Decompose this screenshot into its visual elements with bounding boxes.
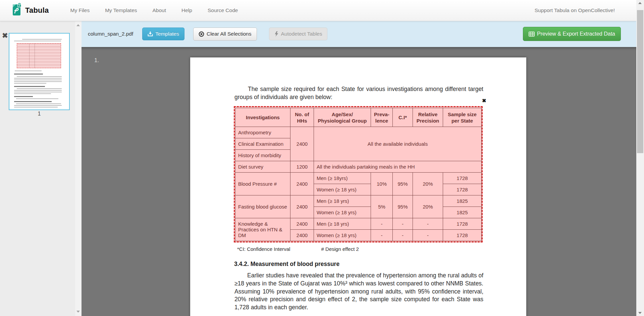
thumb-text-line [17,76,62,77]
thumb-text-line [14,107,58,107]
export-button-label: Preview & Export Extracted Data [537,31,615,37]
thumb-text-line [14,41,61,41]
footnote-design-effect: # Design effect 2 [321,246,359,252]
table-selection-box[interactable] [234,106,483,242]
filename-label: column_span_2.pdf [88,31,133,37]
circle-x-icon [199,31,204,37]
thumb-text-line [16,103,61,104]
autodetect-tables-button[interactable]: Autodetect Tables [269,28,328,40]
scroll-up-icon[interactable] [638,2,642,4]
templates-button[interactable]: Templates [142,28,184,40]
nav-my-templates[interactable]: My Templates [105,7,137,13]
toolbar: column_span_2.pdf Templates Clear All Se… [82,21,636,47]
thumb-text-line [14,83,46,84]
thumb-heading-line [14,101,52,102]
clear-button-label: Clear All Selections [207,31,252,37]
page-thumbnail[interactable] [9,33,70,110]
lightning-icon [274,31,279,37]
main-nav: My Files My Templates About Help Source … [70,7,238,13]
scrollbar-thumb[interactable] [637,10,643,153]
thumb-text-line [16,98,58,99]
section-heading: 3.4.2. Measurement of blood pressure [234,261,339,268]
scroll-up-icon[interactable] [76,24,80,26]
nav-about[interactable]: About [153,7,166,13]
thumb-text-line [14,93,51,94]
nav-my-files[interactable]: My Files [70,7,90,13]
thumb-text-line [17,88,62,89]
thumb-text-line [14,105,62,106]
thumb-text-line [22,39,62,40]
table-footnotes: *CI: Confidence Interval # Design effect… [237,246,359,252]
autodetect-button-label: Autodetect Tables [281,31,322,37]
nav-help[interactable]: Help [181,7,192,13]
templates-button-label: Templates [155,31,179,37]
table-grid-icon [529,32,535,37]
thumbnail-sidebar: ✖ 1 [0,21,82,316]
workspace-page-number: 1. [94,57,99,64]
thumb-text-line [14,81,62,82]
thumb-text-line [14,78,62,79]
tabula-logo[interactable]: Tabula [12,3,49,18]
clear-all-selections-button[interactable]: Clear All Selections [193,28,257,41]
footnote-ci: *CI: Confidence Interval [237,246,290,252]
thumb-text-line [15,71,42,71]
save-icon [148,31,153,37]
pdf-lock-logo-icon [12,3,22,18]
sidebar-scrollbar [75,21,82,316]
brand-name: Tabula [25,6,49,15]
thumb-heading-line [14,86,45,87]
thumbnail-selection-preview [17,43,61,68]
window-scrollbar [636,0,644,316]
thumb-text-line [14,80,62,80]
selection-close-icon[interactable]: ✖ [482,98,486,103]
pdf-page[interactable]: The sample size required for each State … [190,57,526,316]
thumb-text-line [14,92,62,92]
document-paragraph: Earlier studies have revealed that the p… [234,272,483,312]
pdf-workspace: 1. The sample size required for each Sta… [82,47,636,316]
thumb-heading-line [14,96,33,97]
thumb-text-line [14,90,62,91]
thumb-heading-line [14,74,43,75]
support-link[interactable]: Support Tabula on OpenCollective! [535,7,615,13]
document-intro-text: The sample size required for each State … [234,85,483,101]
thumbnail-page-number: 1 [9,111,70,117]
scroll-down-icon[interactable] [76,311,80,313]
navbar: Tabula My Files My Templates About Help … [0,0,636,21]
nav-source-code[interactable]: Source Code [208,7,238,13]
scroll-down-icon[interactable] [638,312,642,314]
preview-export-button[interactable]: Preview & Export Extracted Data [523,27,621,41]
remove-page-icon[interactable]: ✖ [2,32,8,39]
